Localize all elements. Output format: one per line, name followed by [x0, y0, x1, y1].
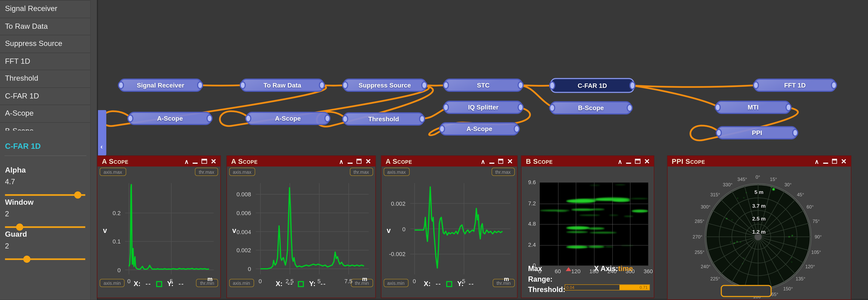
readout-y-value: --: [469, 280, 474, 288]
radar-blip: [788, 236, 789, 237]
range-ring-label: 3.7 m: [752, 203, 766, 208]
sidebar-scroll-gutter[interactable]: [90, 0, 97, 300]
graph-node-label: MTI: [748, 104, 759, 111]
minimize-window-icon[interactable]: [347, 162, 352, 164]
angle-label: 345°: [737, 176, 747, 182]
echo-streak: [566, 246, 588, 248]
sidebar-item-a-scope[interactable]: A-Scope: [0, 105, 91, 123]
input-port[interactable]: [127, 114, 133, 123]
param-slider-window[interactable]: [5, 224, 85, 231]
angle-label: 270°: [693, 234, 703, 240]
sidebar-item-c-far-1d[interactable]: C-FAR 1D: [0, 88, 91, 105]
wire-stc-to-bscope-n: [519, 85, 554, 108]
radar-blip: [791, 262, 792, 263]
close-window-icon[interactable]: ✕: [644, 157, 650, 165]
input-port[interactable]: [439, 125, 445, 133]
angle-label: 0°: [756, 174, 760, 180]
x-axis-unit-label: m: [362, 276, 367, 282]
input-port[interactable]: [443, 81, 449, 89]
collapse-window-icon[interactable]: ∧: [618, 157, 622, 165]
sidebar-item-b-scope[interactable]: B-Scope: [0, 123, 91, 131]
close-window-icon[interactable]: ✕: [841, 157, 847, 165]
graph-node-threshold[interactable]: Threshold: [343, 112, 424, 126]
maximize-window-icon[interactable]: [498, 159, 503, 164]
readout-x-value: --: [288, 280, 293, 288]
y-tick-label: 0: [118, 266, 121, 273]
window-title: A Scope: [381, 157, 480, 165]
window-titlebar[interactable]: A Scope∧✕: [381, 156, 517, 167]
sidebar-item-fft-1d[interactable]: FFT 1D: [0, 53, 91, 70]
threshold-slider[interactable]: 0.040.71: [565, 284, 650, 290]
input-port[interactable]: [443, 103, 449, 111]
window-titlebar[interactable]: A Scope∧✕: [97, 156, 220, 167]
threshold-low-value: 0.04: [565, 285, 619, 290]
graph-node-bscope-n[interactable]: B-Scope: [550, 101, 631, 114]
collapse-window-icon[interactable]: ∧: [339, 157, 343, 165]
param-slider-alpha[interactable]: [5, 191, 85, 199]
param-slider-guard[interactable]: [5, 256, 85, 263]
close-window-icon[interactable]: ✕: [211, 157, 216, 165]
input-port[interactable]: [753, 81, 759, 89]
graph-node-to-raw-data[interactable]: To Raw Data: [241, 78, 324, 92]
graph-node-label: A-Scope: [157, 115, 183, 122]
sidebar-item-threshold[interactable]: Threshold: [0, 70, 91, 88]
minimize-window-icon[interactable]: [626, 162, 631, 164]
cursor-readout: X:--Y:--: [97, 280, 220, 288]
ppi-bottom-button[interactable]: [720, 285, 772, 297]
input-port[interactable]: [342, 81, 348, 89]
input-port[interactable]: [549, 81, 555, 90]
xaxis-value[interactable]: time: [618, 264, 633, 273]
graph-node-ppi-n[interactable]: PPI: [717, 126, 797, 139]
input-port[interactable]: [118, 81, 124, 89]
collapse-window-icon[interactable]: ∧: [480, 157, 485, 165]
collapse-window-icon[interactable]: ∧: [815, 157, 819, 165]
sidebar-item-signal-receiver[interactable]: Signal Receiver: [0, 1, 91, 18]
maximize-window-icon[interactable]: [832, 159, 837, 164]
input-port[interactable]: [549, 104, 555, 112]
graph-node-suppress-source[interactable]: Suppress Source: [343, 78, 426, 92]
sidebar-collapse-tab[interactable]: ‹: [97, 110, 106, 156]
graph-node-stc[interactable]: STC: [444, 78, 522, 92]
graph-node-ascope-n2[interactable]: A-Scope: [246, 112, 329, 125]
minimize-window-icon[interactable]: [489, 162, 494, 164]
maximize-window-icon[interactable]: [356, 159, 361, 164]
radar-blip: [737, 198, 738, 199]
window-titlebar[interactable]: PPI Scope∧✕: [667, 156, 850, 167]
collapse-window-icon[interactable]: ∧: [184, 157, 189, 165]
graph-node-fft1d[interactable]: FFT 1D: [754, 78, 836, 92]
input-port[interactable]: [240, 81, 246, 89]
window-titlebar[interactable]: B Scope∧✕: [521, 156, 654, 167]
input-port[interactable]: [715, 103, 721, 111]
slider-thumb[interactable]: [74, 191, 82, 199]
graph-node-mti[interactable]: MTI: [716, 101, 790, 114]
sidebar-item-suppress-source[interactable]: Suppress Source: [0, 35, 91, 53]
input-port[interactable]: [245, 114, 251, 123]
graph-node-iq-splitter[interactable]: IQ Splitter: [444, 101, 522, 114]
window-titlebar[interactable]: A Scope∧✕: [227, 156, 375, 167]
slider-thumb[interactable]: [16, 224, 23, 231]
graph-node-cfar1[interactable]: C-FAR 1D: [550, 78, 634, 93]
radar-blip: [731, 219, 733, 221]
close-window-icon[interactable]: ✕: [507, 157, 513, 165]
param-guard: Guard2: [0, 230, 91, 261]
range-ring-label: 5 m: [754, 189, 764, 195]
input-port[interactable]: [716, 129, 722, 137]
ascope-chart: [97, 167, 221, 298]
input-port[interactable]: [342, 115, 348, 123]
node-graph-canvas[interactable]: Signal ReceiverTo Raw DataSuppress Sourc…: [97, 0, 868, 300]
angle-label: 330°: [723, 182, 733, 188]
minimize-window-icon[interactable]: [193, 162, 198, 164]
graph-node-ascope-n3[interactable]: A-Scope: [440, 122, 519, 135]
output-port[interactable]: [629, 81, 636, 90]
slider-track[interactable]: [5, 194, 85, 196]
maximize-window-icon[interactable]: [635, 159, 640, 164]
slider-track[interactable]: [5, 259, 85, 260]
graph-node-signal-receiver[interactable]: Signal Receiver: [119, 78, 202, 92]
sidebar-item-to-raw-data[interactable]: To Raw Data: [0, 18, 91, 35]
close-window-icon[interactable]: ✕: [365, 157, 371, 165]
minimize-window-icon[interactable]: [823, 162, 828, 164]
graph-node-label: A-Scope: [466, 126, 492, 132]
maximize-window-icon[interactable]: [202, 159, 207, 164]
slider-thumb[interactable]: [23, 256, 30, 263]
graph-node-ascope-n1[interactable]: A-Scope: [128, 112, 212, 125]
